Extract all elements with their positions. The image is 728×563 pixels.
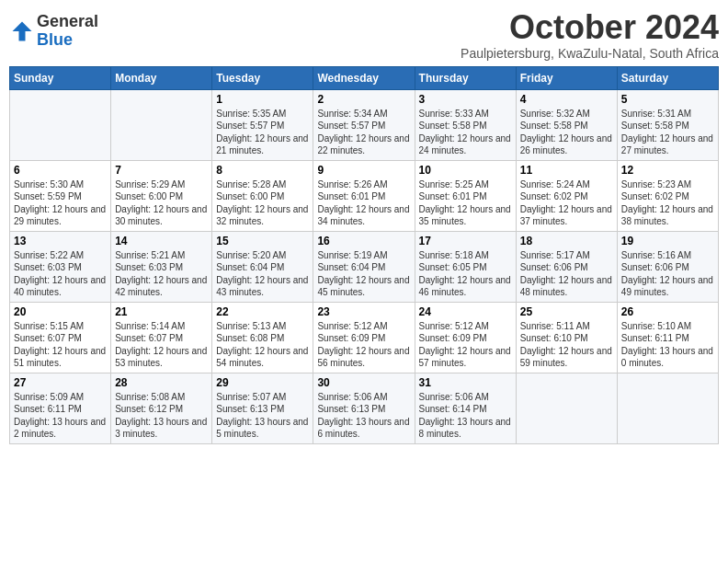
day-number: 2 xyxy=(317,93,410,106)
col-wednesday: Wednesday xyxy=(313,66,415,89)
day-sunrise: Sunrise: 5:29 AM xyxy=(115,179,185,190)
day-sunset: Sunset: 5:57 PM xyxy=(317,121,385,131)
location-subtitle: Paulpietersburg, KwaZulu-Natal, South Af… xyxy=(461,46,719,61)
calendar-day-cell: 10 Sunrise: 5:25 AM Sunset: 6:01 PM Dayl… xyxy=(415,160,516,231)
day-sunrise: Sunrise: 5:17 AM xyxy=(520,250,590,260)
day-number: 31 xyxy=(419,376,512,389)
calendar-day-cell: 30 Sunrise: 5:06 AM Sunset: 6:13 PM Dayl… xyxy=(313,373,415,443)
col-sunday: Sunday xyxy=(10,66,111,89)
day-sunset: Sunset: 6:00 PM xyxy=(115,191,183,201)
day-daylight: Daylight: 12 hours and 24 minutes. xyxy=(419,133,511,156)
day-sunset: Sunset: 6:10 PM xyxy=(520,333,588,343)
calendar-day-cell: 24 Sunrise: 5:12 AM Sunset: 6:09 PM Dayl… xyxy=(415,302,516,373)
day-sunset: Sunset: 6:13 PM xyxy=(317,404,385,414)
calendar-day-cell: 31 Sunrise: 5:06 AM Sunset: 6:14 PM Dayl… xyxy=(415,373,516,443)
day-sunrise: Sunrise: 5:33 AM xyxy=(419,109,489,119)
calendar-day-cell: 8 Sunrise: 5:28 AM Sunset: 6:00 PM Dayli… xyxy=(212,160,313,231)
day-daylight: Daylight: 12 hours and 57 minutes. xyxy=(419,346,511,369)
day-number: 1 xyxy=(216,93,309,106)
day-sunrise: Sunrise: 5:25 AM xyxy=(419,179,489,190)
calendar-day-cell: 26 Sunrise: 5:10 AM Sunset: 6:11 PM Dayl… xyxy=(617,302,718,373)
day-sunset: Sunset: 5:58 PM xyxy=(520,121,588,131)
col-monday: Monday xyxy=(111,66,212,89)
calendar-day-cell xyxy=(516,373,617,443)
day-number: 20 xyxy=(14,305,107,318)
day-daylight: Daylight: 12 hours and 37 minutes. xyxy=(520,204,612,227)
logo-text: General Blue xyxy=(37,13,98,50)
day-number: 16 xyxy=(317,235,410,247)
calendar-day-cell: 7 Sunrise: 5:29 AM Sunset: 6:00 PM Dayli… xyxy=(111,160,212,231)
calendar-day-cell: 16 Sunrise: 5:19 AM Sunset: 6:04 PM Dayl… xyxy=(313,231,415,302)
day-number: 7 xyxy=(115,164,208,177)
day-sunrise: Sunrise: 5:35 AM xyxy=(216,109,286,119)
day-sunrise: Sunrise: 5:11 AM xyxy=(520,321,590,331)
day-sunrise: Sunrise: 5:06 AM xyxy=(317,392,387,402)
day-sunrise: Sunrise: 5:12 AM xyxy=(317,321,387,331)
day-sunrise: Sunrise: 5:20 AM xyxy=(216,250,286,260)
day-sunset: Sunset: 6:12 PM xyxy=(115,404,183,414)
col-saturday: Saturday xyxy=(617,66,718,89)
day-daylight: Daylight: 13 hours and 0 minutes. xyxy=(621,346,713,369)
calendar-day-cell: 17 Sunrise: 5:18 AM Sunset: 6:05 PM Dayl… xyxy=(415,231,516,302)
day-sunrise: Sunrise: 5:16 AM xyxy=(621,250,691,260)
day-sunset: Sunset: 6:02 PM xyxy=(621,191,689,201)
calendar-day-cell: 4 Sunrise: 5:32 AM Sunset: 5:58 PM Dayli… xyxy=(516,89,617,160)
day-number: 26 xyxy=(621,305,714,318)
day-daylight: Daylight: 12 hours and 45 minutes. xyxy=(317,275,409,298)
day-sunrise: Sunrise: 5:18 AM xyxy=(419,250,489,260)
day-number: 3 xyxy=(419,93,512,106)
day-number: 23 xyxy=(317,305,410,318)
logo-blue: Blue xyxy=(37,31,98,50)
logo: General Blue xyxy=(9,13,98,50)
day-number: 22 xyxy=(216,305,309,318)
day-sunrise: Sunrise: 5:26 AM xyxy=(317,179,387,190)
day-daylight: Daylight: 12 hours and 46 minutes. xyxy=(419,275,511,298)
day-daylight: Daylight: 12 hours and 26 minutes. xyxy=(520,133,612,156)
day-sunrise: Sunrise: 5:21 AM xyxy=(115,250,185,260)
calendar-week-row: 6 Sunrise: 5:30 AM Sunset: 5:59 PM Dayli… xyxy=(10,160,719,231)
day-daylight: Daylight: 12 hours and 48 minutes. xyxy=(520,275,612,298)
day-sunrise: Sunrise: 5:15 AM xyxy=(14,321,84,331)
col-friday: Friday xyxy=(516,66,617,89)
day-number: 10 xyxy=(419,164,512,177)
day-daylight: Daylight: 13 hours and 6 minutes. xyxy=(317,417,409,440)
calendar-day-cell: 20 Sunrise: 5:15 AM Sunset: 6:07 PM Dayl… xyxy=(10,302,111,373)
day-daylight: Daylight: 12 hours and 22 minutes. xyxy=(317,133,409,156)
day-sunrise: Sunrise: 5:23 AM xyxy=(621,179,691,190)
day-number: 4 xyxy=(520,93,613,106)
calendar-day-cell: 29 Sunrise: 5:07 AM Sunset: 6:13 PM Dayl… xyxy=(212,373,313,443)
day-sunrise: Sunrise: 5:14 AM xyxy=(115,321,185,331)
calendar-day-cell: 15 Sunrise: 5:20 AM Sunset: 6:04 PM Dayl… xyxy=(212,231,313,302)
calendar-day-cell: 13 Sunrise: 5:22 AM Sunset: 6:03 PM Dayl… xyxy=(10,231,111,302)
calendar-day-cell: 1 Sunrise: 5:35 AM Sunset: 5:57 PM Dayli… xyxy=(212,89,313,160)
day-daylight: Daylight: 12 hours and 54 minutes. xyxy=(216,346,308,369)
calendar-week-row: 13 Sunrise: 5:22 AM Sunset: 6:03 PM Dayl… xyxy=(10,231,719,302)
day-number: 17 xyxy=(419,235,512,247)
day-sunset: Sunset: 6:13 PM xyxy=(216,404,284,414)
day-daylight: Daylight: 12 hours and 38 minutes. xyxy=(621,204,713,227)
col-tuesday: Tuesday xyxy=(212,66,313,89)
day-sunset: Sunset: 6:04 PM xyxy=(317,262,385,272)
calendar-day-cell: 12 Sunrise: 5:23 AM Sunset: 6:02 PM Dayl… xyxy=(617,160,718,231)
calendar-day-cell: 9 Sunrise: 5:26 AM Sunset: 6:01 PM Dayli… xyxy=(313,160,415,231)
day-sunrise: Sunrise: 5:32 AM xyxy=(520,109,590,119)
day-sunset: Sunset: 6:09 PM xyxy=(317,333,385,343)
day-sunrise: Sunrise: 5:19 AM xyxy=(317,250,387,260)
day-daylight: Daylight: 13 hours and 2 minutes. xyxy=(14,417,106,440)
day-number: 14 xyxy=(115,235,208,247)
day-sunset: Sunset: 6:08 PM xyxy=(216,333,284,343)
day-number: 11 xyxy=(520,164,613,177)
day-daylight: Daylight: 12 hours and 32 minutes. xyxy=(216,204,308,227)
day-daylight: Daylight: 12 hours and 49 minutes. xyxy=(621,275,713,298)
calendar-week-row: 27 Sunrise: 5:09 AM Sunset: 6:11 PM Dayl… xyxy=(10,373,719,443)
day-daylight: Daylight: 12 hours and 42 minutes. xyxy=(115,275,207,298)
day-sunset: Sunset: 6:14 PM xyxy=(419,404,487,414)
day-number: 8 xyxy=(216,164,309,177)
calendar-day-cell: 6 Sunrise: 5:30 AM Sunset: 5:59 PM Dayli… xyxy=(10,160,111,231)
day-sunset: Sunset: 6:06 PM xyxy=(621,262,689,272)
logo-general: General xyxy=(37,13,98,31)
day-daylight: Daylight: 12 hours and 29 minutes. xyxy=(14,204,106,227)
day-number: 24 xyxy=(419,305,512,318)
calendar-day-cell: 27 Sunrise: 5:09 AM Sunset: 6:11 PM Dayl… xyxy=(10,373,111,443)
day-number: 18 xyxy=(520,235,613,247)
